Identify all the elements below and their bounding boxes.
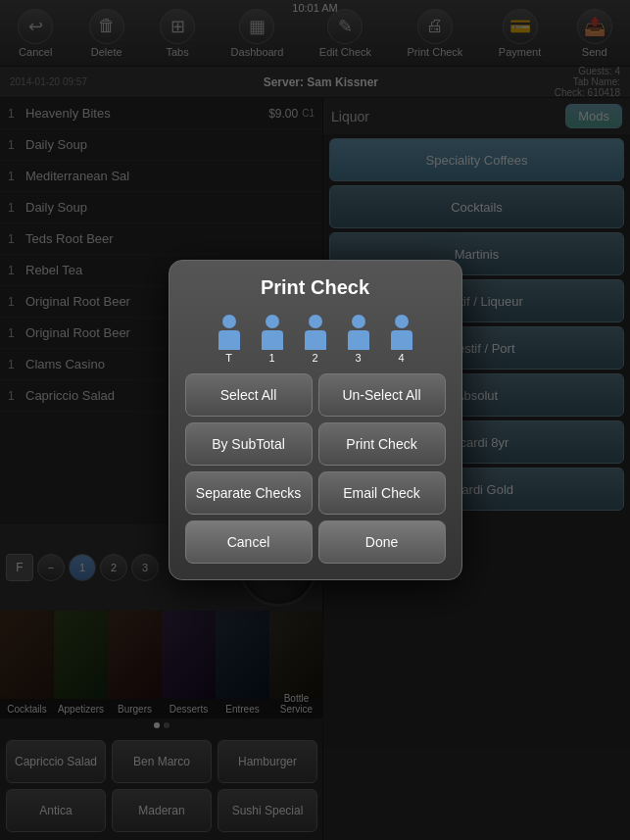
modal-cancel-button[interactable]: Cancel: [185, 520, 313, 564]
guest-2[interactable]: 2: [296, 315, 335, 358]
separate-checks-button[interactable]: Separate Checks: [185, 471, 313, 515]
person-figure-4: [388, 315, 415, 350]
person-body-t: [218, 330, 240, 350]
guest-3[interactable]: 3: [339, 315, 378, 358]
person-body-1: [262, 330, 283, 350]
person-figure-2: [302, 315, 329, 350]
guest-label-3: 3: [355, 352, 361, 364]
modal-done-button[interactable]: Done: [318, 520, 446, 564]
person-head-3: [352, 315, 365, 328]
by-subtotal-button[interactable]: By SubTotal: [185, 422, 313, 466]
guest-label-4: 4: [398, 352, 404, 364]
modal-row-2: By SubTotal Print Check: [185, 422, 446, 466]
email-check-button[interactable]: Email Check: [318, 471, 446, 515]
person-figure-1: [259, 315, 286, 350]
modal-row-3: Separate Checks Email Check: [185, 471, 446, 515]
person-figure-t: [216, 315, 243, 350]
print-check-modal-button[interactable]: Print Check: [318, 422, 446, 466]
modal-overlay: Print Check T 1: [0, 0, 630, 840]
person-body-4: [391, 330, 412, 350]
person-body-2: [305, 330, 326, 350]
guest-label-1: 1: [268, 352, 274, 364]
guest-t[interactable]: T: [210, 315, 249, 358]
guest-4[interactable]: 4: [382, 315, 421, 358]
guest-label-t: T: [225, 352, 232, 364]
modal-row-1: Select All Un-Select All: [185, 373, 446, 417]
person-head-1: [266, 315, 279, 328]
print-check-modal: Print Check T 1: [169, 260, 462, 580]
guest-1[interactable]: 1: [253, 315, 292, 358]
guest-icons: T 1 2: [185, 315, 446, 358]
modal-row-4: Cancel Done: [185, 520, 446, 564]
guest-label-2: 2: [312, 352, 317, 364]
person-head-2: [309, 315, 322, 328]
person-head-t: [222, 315, 236, 328]
person-body-3: [348, 330, 369, 350]
select-all-button[interactable]: Select All: [185, 373, 313, 417]
modal-button-grid: Select All Un-Select All By SubTotal Pri…: [185, 373, 446, 564]
modal-title: Print Check: [185, 276, 446, 299]
un-select-all-button[interactable]: Un-Select All: [318, 373, 446, 417]
person-figure-3: [345, 315, 372, 350]
person-head-4: [395, 315, 409, 328]
